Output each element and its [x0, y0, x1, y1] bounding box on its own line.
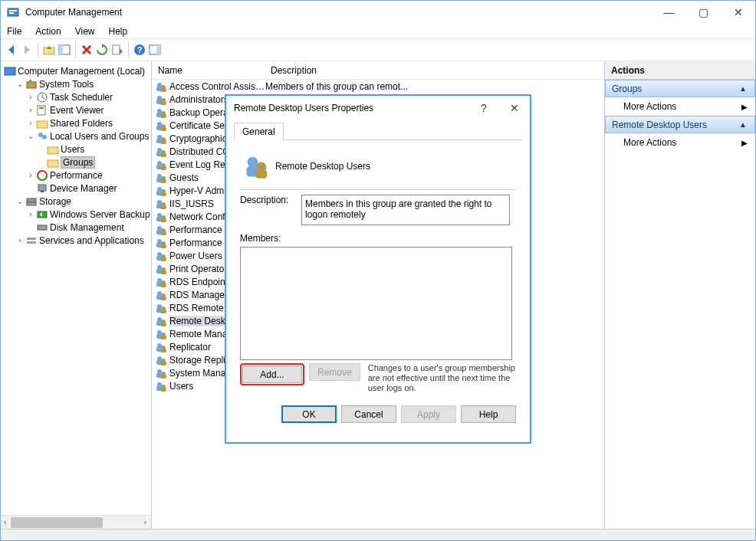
svg-rect-123: [160, 375, 166, 379]
svg-rect-71: [160, 205, 166, 209]
menubar: File Action View Help: [1, 24, 755, 38]
group-icon: [155, 93, 167, 106]
dialog-title: Remote Desktop Users Properties: [226, 103, 468, 113]
group-icon: [155, 185, 167, 197]
svg-rect-30: [27, 238, 36, 240]
scroll-thumb[interactable]: [11, 517, 103, 528]
group-icon: [155, 315, 167, 327]
actions-pane: Actions Groups▲ More Actions▶ Remote Des…: [605, 61, 755, 529]
svg-rect-16: [39, 107, 44, 109]
actions-more-2[interactable]: More Actions▶: [605, 133, 755, 152]
svg-rect-31: [27, 241, 36, 244]
svg-rect-115: [160, 349, 166, 352]
cancel-button[interactable]: Cancel: [341, 405, 396, 423]
maximize-button[interactable]: ▢: [686, 1, 721, 24]
group-icon: [155, 302, 167, 314]
menu-action[interactable]: Action: [35, 26, 61, 37]
tree-horizontal-scrollbar[interactable]: ‹ ›: [1, 515, 151, 529]
tree-task-scheduler[interactable]: ›Task Scheduler: [4, 90, 152, 103]
svg-rect-59: [160, 166, 166, 170]
forward-arrow-icon[interactable]: [21, 44, 33, 56]
membership-note: Changes to a user's group membership are…: [368, 363, 516, 393]
members-listbox[interactable]: [240, 247, 512, 360]
group-icon: [155, 224, 167, 236]
svg-rect-39: [160, 101, 166, 105]
minimize-button[interactable]: —: [652, 1, 686, 24]
close-button[interactable]: ✕: [721, 1, 755, 24]
svg-rect-27: [27, 202, 36, 205]
tree-groups[interactable]: Groups: [4, 156, 152, 169]
export-list-icon[interactable]: [111, 44, 123, 56]
tree-root[interactable]: Computer Management (Local): [4, 64, 152, 77]
svg-rect-17: [37, 121, 48, 128]
menu-help[interactable]: Help: [109, 26, 128, 37]
tree-local-users-groups[interactable]: ⌄Local Users and Groups: [4, 130, 152, 143]
svg-rect-75: [160, 218, 166, 222]
svg-rect-11: [5, 67, 15, 75]
tree-services-apps[interactable]: ›Services and Applications: [4, 234, 152, 247]
description-input[interactable]: Members in this group are granted the ri…: [301, 195, 510, 225]
tree-event-viewer[interactable]: ›Event Viewer: [4, 103, 152, 116]
svg-text:?: ?: [137, 45, 143, 54]
group-icon: [155, 328, 167, 340]
svg-rect-131: [255, 170, 268, 179]
window-title: Computer Management: [25, 7, 652, 18]
svg-rect-24: [38, 185, 46, 191]
description-label: Description:: [240, 195, 301, 205]
group-icon: [155, 107, 167, 119]
svg-rect-35: [160, 88, 166, 92]
group-icon: [155, 367, 167, 379]
tree-users[interactable]: Users: [4, 143, 152, 156]
tree-server-backup[interactable]: ›Windows Server Backup: [4, 208, 152, 221]
svg-rect-103: [160, 310, 166, 313]
group-icon: [155, 250, 167, 262]
tree-performance[interactable]: ›Performance: [4, 169, 152, 182]
tree-shared-folders[interactable]: ›Shared Folders: [4, 116, 152, 130]
tree-disk-management[interactable]: Disk Management: [4, 221, 152, 234]
remove-button: Remove: [309, 363, 360, 381]
dialog-help-button-bottom[interactable]: Help: [461, 405, 516, 423]
svg-rect-13: [29, 80, 31, 83]
titlebar: Computer Management — ▢ ✕: [1, 1, 755, 24]
svg-rect-107: [160, 323, 166, 326]
scroll-left-icon[interactable]: ‹: [1, 518, 9, 526]
properties-dialog: Remote Desktop Users Properties ? ✕ Gene…: [225, 95, 531, 443]
group-icon: [155, 263, 167, 275]
delete-icon[interactable]: [81, 44, 93, 56]
show-hide-action-icon[interactable]: [149, 44, 161, 56]
up-folder-icon[interactable]: [43, 44, 55, 56]
group-icon: [155, 120, 167, 132]
back-arrow-icon[interactable]: [5, 44, 18, 56]
statusbar: [1, 529, 755, 541]
svg-rect-2: [9, 12, 14, 14]
tree-system-tools[interactable]: ⌄System Tools: [4, 77, 152, 90]
actions-group-rdu[interactable]: Remote Desktop Users▲: [605, 116, 755, 133]
scroll-right-icon[interactable]: ›: [141, 518, 150, 526]
svg-rect-95: [160, 284, 166, 287]
dialog-close-button[interactable]: ✕: [499, 102, 530, 114]
ok-button[interactable]: OK: [281, 405, 337, 423]
column-header-description[interactable]: Description: [265, 65, 317, 76]
actions-more-1[interactable]: More Actions▶: [605, 97, 755, 116]
group-icon: [155, 354, 167, 366]
actions-group-groups[interactable]: Groups▲: [605, 80, 755, 97]
list-row[interactable]: Access Control Assist...Members of this …: [152, 80, 604, 93]
svg-rect-21: [48, 160, 58, 167]
add-button[interactable]: Add...: [242, 366, 302, 383]
column-header-name[interactable]: Name: [152, 65, 265, 76]
tree-storage[interactable]: ⌄Storage: [4, 195, 152, 208]
svg-rect-63: [160, 179, 166, 183]
tree-pane: Computer Management (Local) ⌄System Tool…: [1, 61, 152, 529]
members-label: Members:: [240, 233, 516, 244]
show-hide-scope-icon[interactable]: [58, 44, 71, 56]
menu-file[interactable]: File: [7, 26, 21, 37]
menu-view[interactable]: View: [75, 26, 95, 37]
svg-rect-119: [160, 362, 166, 366]
refresh-icon[interactable]: [96, 44, 108, 56]
toolbar: ?: [1, 38, 755, 61]
collapse-up-icon: ▲: [739, 120, 747, 129]
dialog-help-button[interactable]: ?: [468, 102, 499, 114]
tab-general[interactable]: General: [234, 123, 284, 141]
help-icon[interactable]: ?: [133, 44, 146, 56]
tree-device-manager[interactable]: Device Manager: [4, 182, 152, 195]
